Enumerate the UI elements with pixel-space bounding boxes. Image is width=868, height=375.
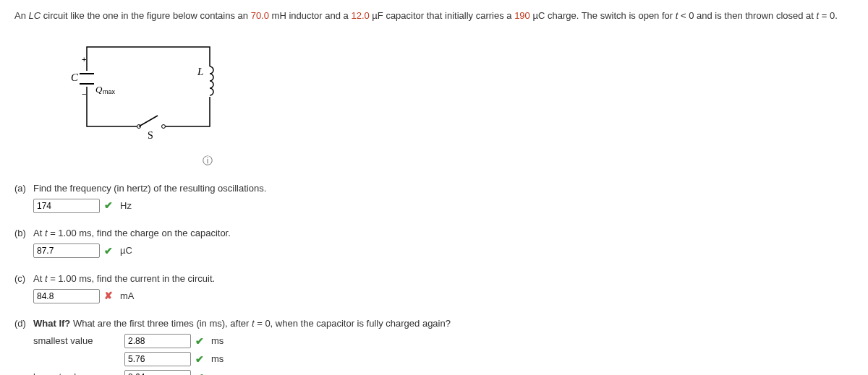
svg-text:+: + (82, 55, 86, 64)
check-icon: ✔ (104, 243, 113, 259)
part-c-unit: mA (117, 289, 135, 303)
value-charge: 190 (514, 10, 530, 21)
part-b-prompt: At t = 1.00 ms, find the charge on the c… (33, 226, 231, 241)
text: µC charge. The switch is open for (530, 10, 676, 21)
info-row: ⓘ (58, 153, 854, 168)
text: and is then thrown closed at (694, 10, 816, 21)
value-inductance: 70.0 (251, 10, 269, 21)
part-d-input-3[interactable] (124, 370, 191, 375)
part-c-prompt: At t = 1.00 ms, find the current in the … (33, 272, 215, 286)
part-d: (d) What If? What are the first three ti… (14, 316, 854, 375)
check-icon: ✔ (104, 198, 113, 213)
smallest-label: smallest value (33, 334, 120, 348)
check-icon: ✔ (195, 370, 204, 376)
part-d-input-2[interactable] (124, 352, 191, 366)
text: µF capacitor that initially carries a (370, 10, 514, 21)
lc-circuit-diagram: + − C Q max S L (58, 36, 224, 145)
problem-statement: An LC circuit like the one in the figure… (14, 9, 854, 23)
svg-text:max: max (103, 88, 116, 95)
part-a-unit: Hz (117, 199, 132, 213)
part-d-input-1[interactable] (124, 334, 191, 348)
svg-point-11 (162, 124, 166, 128)
svg-text:Q: Q (95, 84, 103, 95)
part-label-c: (c) (14, 272, 33, 286)
unit-ms: ms (208, 334, 224, 348)
largest-label: largest value (33, 370, 120, 375)
text: An (14, 10, 29, 21)
part-c: (c) At t = 1.00 ms, find the current in … (14, 272, 854, 304)
cross-icon: ✘ (104, 288, 113, 303)
part-label-d: (d) (14, 316, 33, 331)
part-b-input[interactable] (33, 243, 100, 258)
part-b: (b) At t = 1.00 ms, find the charge on t… (14, 226, 854, 259)
svg-rect-9 (137, 123, 165, 130)
svg-text:S: S (148, 130, 153, 141)
part-a-prompt: Find the frequency (in hertz) of the res… (33, 181, 266, 196)
svg-text:−: − (82, 90, 86, 98)
circuit-figure: + − C Q max S L (58, 36, 854, 145)
value-capacitance: 12.0 (351, 10, 369, 21)
part-a: (a) Find the frequency (in hertz) of the… (14, 181, 854, 214)
info-icon[interactable]: ⓘ (203, 153, 213, 168)
check-icon: ✔ (195, 334, 204, 349)
svg-text:L: L (197, 66, 203, 77)
part-d-prompt: What If? What are the first three times … (33, 316, 451, 331)
text: mH inductor and a (269, 10, 351, 21)
part-label-b: (b) (14, 226, 33, 241)
part-label-a: (a) (14, 181, 33, 196)
part-c-input[interactable] (33, 289, 100, 303)
part-b-unit: µC (117, 243, 132, 258)
part-a-input[interactable] (33, 199, 100, 213)
unit-ms: ms (208, 352, 224, 366)
svg-text:C: C (71, 72, 79, 83)
unit-ms: ms (208, 370, 224, 375)
text: circuit like the one in the figure below… (41, 10, 251, 21)
check-icon: ✔ (195, 352, 204, 367)
svg-rect-0 (87, 47, 210, 126)
